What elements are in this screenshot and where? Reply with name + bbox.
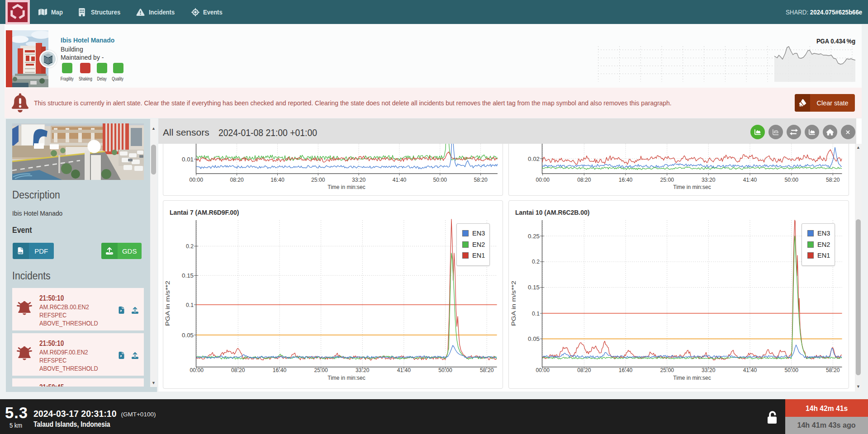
svg-text:58:20: 58:20 [480,367,493,373]
svg-text:33:20: 33:20 [352,176,365,183]
svg-text:0.02: 0.02 [528,156,540,162]
svg-text:00:00: 00:00 [536,176,550,183]
svg-text:58:20: 58:20 [474,176,487,183]
svg-text:25:00: 25:00 [660,367,674,373]
svg-text:0.25: 0.25 [528,233,540,240]
svg-text:PGA in m/s**2: PGA in m/s**2 [164,281,171,326]
svg-text:16:40: 16:40 [270,176,284,183]
svg-text:PGA in m/s**2: PGA in m/s**2 [510,281,517,326]
svg-text:0.2: 0.2 [186,243,194,250]
svg-text:25:00: 25:00 [660,176,674,183]
svg-text:58:20: 58:20 [826,367,840,373]
svg-text:00:00: 00:00 [536,367,550,373]
svg-text:33:20: 33:20 [702,367,715,373]
svg-text:Time in min:sec: Time in min:sec [673,374,711,381]
svg-text:Time in min:sec: Time in min:sec [673,184,711,190]
svg-text:25:00: 25:00 [314,367,327,373]
svg-text:Time in min:sec: Time in min:sec [327,374,365,381]
svg-text:50:00: 50:00 [785,367,798,373]
svg-text:41:40: 41:40 [397,367,411,373]
svg-text:08:20: 08:20 [231,367,245,373]
svg-text:50:00: 50:00 [433,176,447,183]
svg-text:0.01: 0.01 [182,156,194,163]
svg-text:41:40: 41:40 [393,176,406,183]
svg-text:0.1: 0.1 [186,302,194,308]
svg-text:0.15: 0.15 [182,272,194,279]
svg-text:33:20: 33:20 [702,176,715,183]
svg-text:33:20: 33:20 [356,367,369,373]
svg-text:0.05: 0.05 [528,335,540,342]
svg-text:Time in min:sec: Time in min:sec [327,184,365,190]
svg-text:08:20: 08:20 [230,176,243,183]
svg-text:16:40: 16:40 [619,367,632,373]
svg-text:0.2: 0.2 [532,258,540,265]
svg-text:50:00: 50:00 [785,176,798,183]
svg-text:00:00: 00:00 [190,367,204,373]
svg-text:00:00: 00:00 [190,176,203,183]
svg-text:0.05: 0.05 [182,332,194,339]
svg-text:0.15: 0.15 [528,284,540,291]
svg-text:0.1: 0.1 [532,310,540,317]
svg-text:08:20: 08:20 [577,367,591,373]
svg-text:41:40: 41:40 [743,367,757,373]
svg-text:08:20: 08:20 [577,176,591,183]
svg-text:25:00: 25:00 [311,176,325,183]
svg-text:16:40: 16:40 [619,176,632,183]
svg-text:16:40: 16:40 [273,367,286,373]
svg-text:58:20: 58:20 [826,176,840,183]
svg-text:50:00: 50:00 [438,367,452,373]
svg-text:41:40: 41:40 [743,176,757,183]
